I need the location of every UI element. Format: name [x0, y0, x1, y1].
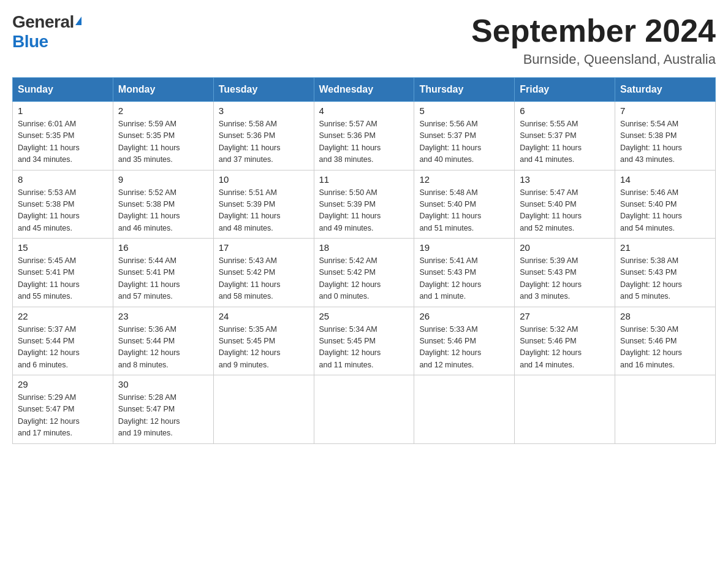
header: General Blue September 2024 Burnside, Qu… — [12, 12, 716, 67]
week-row-5: 29 Sunrise: 5:29 AMSunset: 5:47 PMDaylig… — [13, 375, 716, 444]
calendar-cell: 27 Sunrise: 5:32 AMSunset: 5:46 PMDaylig… — [515, 307, 615, 375]
day-number: 5 — [419, 105, 509, 116]
calendar-cell: 10 Sunrise: 5:51 AMSunset: 5:39 PMDaylig… — [213, 170, 314, 239]
calendar-cell — [213, 375, 314, 444]
day-number: 27 — [520, 311, 610, 321]
day-info: Sunrise: 5:36 AMSunset: 5:44 PMDaylight:… — [118, 324, 208, 372]
day-number: 22 — [18, 311, 108, 321]
day-number: 25 — [319, 311, 409, 321]
day-number: 16 — [118, 242, 208, 253]
day-info: Sunrise: 5:57 AMSunset: 5:36 PMDaylight:… — [319, 118, 409, 166]
calendar-cell: 28 Sunrise: 5:30 AMSunset: 5:46 PMDaylig… — [615, 307, 716, 375]
header-friday: Friday — [515, 78, 615, 102]
calendar-cell: 25 Sunrise: 5:34 AMSunset: 5:45 PMDaylig… — [314, 307, 414, 375]
calendar-cell: 4 Sunrise: 5:57 AMSunset: 5:36 PMDayligh… — [314, 102, 414, 170]
day-info: Sunrise: 5:32 AMSunset: 5:46 PMDaylight:… — [520, 324, 610, 372]
day-number: 15 — [18, 242, 108, 253]
calendar-cell: 29 Sunrise: 5:29 AMSunset: 5:47 PMDaylig… — [13, 375, 113, 444]
day-info: Sunrise: 5:41 AMSunset: 5:43 PMDaylight:… — [419, 255, 509, 303]
calendar-cell: 1 Sunrise: 6:01 AMSunset: 5:35 PMDayligh… — [13, 102, 113, 170]
logo-general-text: General — [12, 12, 74, 32]
header-thursday: Thursday — [414, 78, 515, 102]
calendar-cell — [515, 375, 615, 444]
calendar-cell: 13 Sunrise: 5:47 AMSunset: 5:40 PMDaylig… — [515, 170, 615, 239]
calendar-cell: 17 Sunrise: 5:43 AMSunset: 5:42 PMDaylig… — [213, 239, 314, 307]
day-info: Sunrise: 5:48 AMSunset: 5:40 PMDaylight:… — [419, 187, 509, 235]
calendar-cell: 2 Sunrise: 5:59 AMSunset: 5:35 PMDayligh… — [113, 102, 213, 170]
calendar-cell: 16 Sunrise: 5:44 AMSunset: 5:41 PMDaylig… — [113, 239, 213, 307]
day-number: 19 — [419, 242, 509, 253]
day-info: Sunrise: 5:50 AMSunset: 5:39 PMDaylight:… — [319, 187, 409, 235]
calendar-table: SundayMondayTuesdayWednesdayThursdayFrid… — [12, 77, 716, 444]
day-number: 28 — [620, 311, 710, 321]
day-number: 9 — [118, 174, 208, 185]
calendar-cell: 9 Sunrise: 5:52 AMSunset: 5:38 PMDayligh… — [113, 170, 213, 239]
calendar-cell — [615, 375, 716, 444]
header-monday: Monday — [113, 78, 213, 102]
day-number: 1 — [18, 105, 108, 116]
week-row-3: 15 Sunrise: 5:45 AMSunset: 5:41 PMDaylig… — [13, 239, 716, 307]
day-info: Sunrise: 6:01 AMSunset: 5:35 PMDaylight:… — [18, 118, 108, 166]
day-info: Sunrise: 5:29 AMSunset: 5:47 PMDaylight:… — [18, 392, 108, 440]
day-number: 23 — [118, 311, 208, 321]
header-tuesday: Tuesday — [213, 78, 314, 102]
logo: General Blue — [12, 12, 82, 52]
logo-triangle-icon — [75, 17, 82, 25]
calendar-cell: 6 Sunrise: 5:55 AMSunset: 5:37 PMDayligh… — [515, 102, 615, 170]
day-info: Sunrise: 5:37 AMSunset: 5:44 PMDaylight:… — [18, 324, 108, 372]
calendar-cell: 20 Sunrise: 5:39 AMSunset: 5:43 PMDaylig… — [515, 239, 615, 307]
calendar-cell: 7 Sunrise: 5:54 AMSunset: 5:38 PMDayligh… — [615, 102, 716, 170]
day-info: Sunrise: 5:52 AMSunset: 5:38 PMDaylight:… — [118, 187, 208, 235]
location: Burnside, Queensland, Australia — [471, 52, 716, 67]
day-info: Sunrise: 5:39 AMSunset: 5:43 PMDaylight:… — [520, 255, 610, 303]
day-number: 17 — [219, 242, 309, 253]
day-number: 3 — [219, 105, 309, 116]
calendar-cell — [314, 375, 414, 444]
logo-blue-text: Blue — [12, 32, 48, 51]
calendar-cell: 19 Sunrise: 5:41 AMSunset: 5:43 PMDaylig… — [414, 239, 515, 307]
day-info: Sunrise: 5:30 AMSunset: 5:46 PMDaylight:… — [620, 324, 710, 372]
week-row-2: 8 Sunrise: 5:53 AMSunset: 5:38 PMDayligh… — [13, 170, 716, 239]
calendar-cell: 14 Sunrise: 5:46 AMSunset: 5:40 PMDaylig… — [615, 170, 716, 239]
calendar-cell: 12 Sunrise: 5:48 AMSunset: 5:40 PMDaylig… — [414, 170, 515, 239]
day-info: Sunrise: 5:56 AMSunset: 5:37 PMDaylight:… — [419, 118, 509, 166]
calendar-cell — [414, 375, 515, 444]
header-sunday: Sunday — [13, 78, 113, 102]
calendar-cell: 22 Sunrise: 5:37 AMSunset: 5:44 PMDaylig… — [13, 307, 113, 375]
day-number: 10 — [219, 174, 309, 185]
calendar-cell: 3 Sunrise: 5:58 AMSunset: 5:36 PMDayligh… — [213, 102, 314, 170]
day-number: 20 — [520, 242, 610, 253]
day-number: 29 — [18, 379, 108, 389]
day-info: Sunrise: 5:45 AMSunset: 5:41 PMDaylight:… — [18, 255, 108, 303]
title-area: September 2024 Burnside, Queensland, Aus… — [471, 12, 716, 67]
calendar-cell: 8 Sunrise: 5:53 AMSunset: 5:38 PMDayligh… — [13, 170, 113, 239]
day-info: Sunrise: 5:47 AMSunset: 5:40 PMDaylight:… — [520, 187, 610, 235]
day-number: 30 — [118, 379, 208, 389]
day-info: Sunrise: 5:44 AMSunset: 5:41 PMDaylight:… — [118, 255, 208, 303]
header-wednesday: Wednesday — [314, 78, 414, 102]
day-number: 6 — [520, 105, 610, 116]
day-number: 13 — [520, 174, 610, 185]
header-saturday: Saturday — [615, 78, 716, 102]
day-number: 4 — [319, 105, 409, 116]
day-info: Sunrise: 5:28 AMSunset: 5:47 PMDaylight:… — [118, 392, 208, 440]
day-number: 12 — [419, 174, 509, 185]
week-row-4: 22 Sunrise: 5:37 AMSunset: 5:44 PMDaylig… — [13, 307, 716, 375]
day-info: Sunrise: 5:38 AMSunset: 5:43 PMDaylight:… — [620, 255, 710, 303]
calendar-cell: 21 Sunrise: 5:38 AMSunset: 5:43 PMDaylig… — [615, 239, 716, 307]
day-info: Sunrise: 5:42 AMSunset: 5:42 PMDaylight:… — [319, 255, 409, 303]
day-number: 11 — [319, 174, 409, 185]
day-info: Sunrise: 5:46 AMSunset: 5:40 PMDaylight:… — [620, 187, 710, 235]
calendar-cell: 11 Sunrise: 5:50 AMSunset: 5:39 PMDaylig… — [314, 170, 414, 239]
month-title: September 2024 — [471, 12, 716, 49]
day-info: Sunrise: 5:34 AMSunset: 5:45 PMDaylight:… — [319, 324, 409, 372]
calendar-header-row: SundayMondayTuesdayWednesdayThursdayFrid… — [13, 78, 716, 102]
day-info: Sunrise: 5:58 AMSunset: 5:36 PMDaylight:… — [219, 118, 309, 166]
day-info: Sunrise: 5:35 AMSunset: 5:45 PMDaylight:… — [219, 324, 309, 372]
day-number: 7 — [620, 105, 710, 116]
calendar-cell: 23 Sunrise: 5:36 AMSunset: 5:44 PMDaylig… — [113, 307, 213, 375]
calendar-cell: 15 Sunrise: 5:45 AMSunset: 5:41 PMDaylig… — [13, 239, 113, 307]
day-info: Sunrise: 5:53 AMSunset: 5:38 PMDaylight:… — [18, 187, 108, 235]
day-info: Sunrise: 5:55 AMSunset: 5:37 PMDaylight:… — [520, 118, 610, 166]
calendar-cell: 30 Sunrise: 5:28 AMSunset: 5:47 PMDaylig… — [113, 375, 213, 444]
